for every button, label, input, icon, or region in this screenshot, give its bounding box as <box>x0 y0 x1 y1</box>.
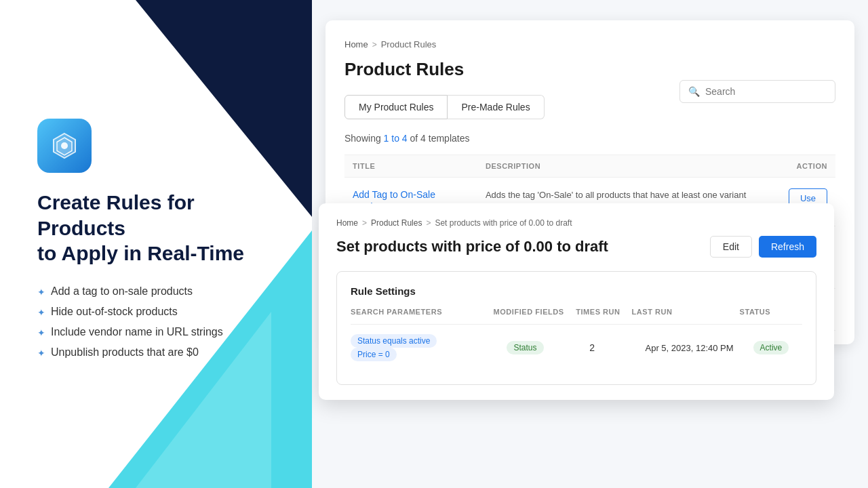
settings-times-run: 2 <box>576 325 631 371</box>
bullet-icon-3: ✦ <box>37 327 45 338</box>
tab-premade-rules[interactable]: Pre-Made Rules <box>448 95 544 119</box>
breadcrumb: Home > Product Rules <box>344 39 835 49</box>
overlay-header: Set products with price of 0.00 to draft… <box>336 236 816 258</box>
overlay-breadcrumb-product-rules[interactable]: Product Rules <box>371 218 422 228</box>
overlay-breadcrumb-current: Set products with price of 0.00 to draft <box>435 218 572 228</box>
overlay-card: Home > Product Rules > Set products with… <box>319 203 834 400</box>
overlay-breadcrumb: Home > Product Rules > Set products with… <box>336 218 816 228</box>
breadcrumb-current: Product Rules <box>381 39 437 49</box>
settings-col-search: SEARCH PARAMETERS <box>351 308 493 325</box>
col-header-title: TITLE <box>344 155 477 178</box>
svg-point-2 <box>61 142 68 149</box>
app-icon <box>37 119 92 173</box>
overlay-title: Set products with price of 0.00 to draft <box>336 238 608 256</box>
bullet-icon-2: ✦ <box>37 307 45 318</box>
settings-col-modified: MODIFIED FIELDS <box>493 308 576 325</box>
left-content: Create Rules for Products to Apply in Re… <box>37 190 288 367</box>
settings-status: Active <box>740 325 802 371</box>
decoration-triangle-dark <box>136 0 312 217</box>
tag-status-active: Status equals active <box>351 334 437 348</box>
feature-list: ✦ Add a tag to on-sale products ✦ Hide o… <box>37 285 288 359</box>
settings-table: SEARCH PARAMETERS MODIFIED FIELDS TIMES … <box>351 308 802 371</box>
tag-modified-status: Status <box>507 341 543 354</box>
search-container: 🔍 <box>679 80 835 103</box>
search-icon: 🔍 <box>688 86 700 97</box>
rule-settings-title: Rule Settings <box>351 285 802 297</box>
bullet-icon-4: ✦ <box>37 348 45 359</box>
breadcrumb-sep: > <box>372 40 377 49</box>
rule-settings-card: Rule Settings SEARCH PARAMETERS MODIFIED… <box>336 271 816 385</box>
settings-modified-fields: Status <box>493 325 576 371</box>
tag-price-zero: Price = 0 <box>351 348 397 361</box>
bullet-icon-1: ✦ <box>37 287 45 298</box>
feature-item-1: ✦ Add a tag to on-sale products <box>37 285 288 298</box>
main-panel: Home > Product Rules Product Rules My Pr… <box>312 0 868 488</box>
showing-text: Showing 1 to 4 of 4 templates <box>344 133 835 144</box>
breadcrumb-home[interactable]: Home <box>344 39 368 49</box>
left-panel: Create Rules for Products to Apply in Re… <box>0 0 312 488</box>
edit-button[interactable]: Edit <box>710 236 752 258</box>
overlay-sep-2: > <box>426 218 431 228</box>
showing-range: 1 to 4 <box>384 133 408 144</box>
col-header-action: ACTION <box>755 155 835 178</box>
settings-row: Status equals active Price = 0 Status 2 … <box>351 325 802 371</box>
feature-item-3: ✦ Include vendor name in URL strings <box>37 326 288 338</box>
search-input[interactable] <box>705 86 827 97</box>
overlay-sep-1: > <box>362 218 367 228</box>
overlay-breadcrumb-home[interactable]: Home <box>336 218 358 228</box>
settings-col-status: STATUS <box>740 308 802 325</box>
settings-last-run: Apr 5, 2023, 12:40 PM <box>631 325 739 371</box>
status-badge: Active <box>753 341 789 354</box>
hero-title: Create Rules for Products to Apply in Re… <box>37 190 288 266</box>
feature-item-2: ✦ Hide out-of-stock products <box>37 306 288 318</box>
page-title: Product Rules <box>344 59 835 80</box>
overlay-actions: Edit Refresh <box>710 236 816 258</box>
settings-col-times: TIMES RUN <box>576 308 631 325</box>
settings-col-lastrun: LAST RUN <box>631 308 739 325</box>
feature-item-4: ✦ Unpublish products that are $0 <box>37 346 288 359</box>
tab-my-product-rules[interactable]: My Product Rules <box>344 95 448 119</box>
refresh-button[interactable]: Refresh <box>759 236 816 258</box>
col-header-description: DESCRIPTION <box>477 155 755 178</box>
settings-search-params: Status equals active Price = 0 <box>351 325 493 371</box>
